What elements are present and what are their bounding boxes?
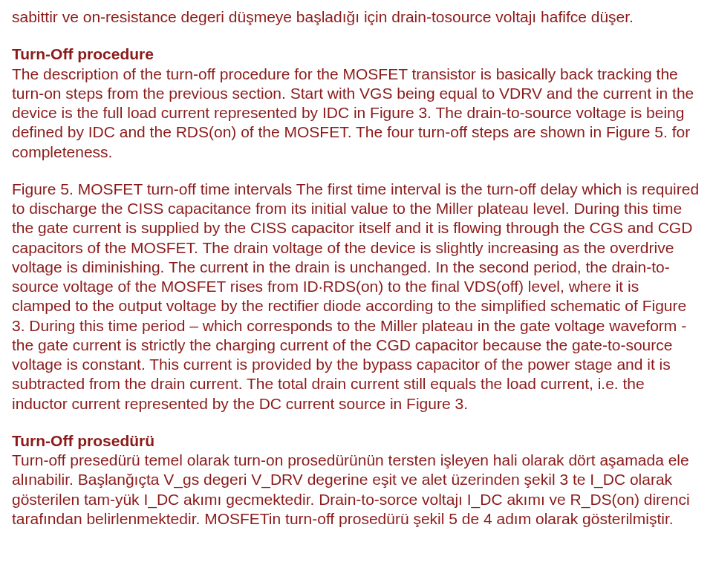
document-page: sabittir ve on-resistance degeri düşmeye… xyxy=(0,0,713,558)
paragraph-turn-off-procedure: The description of the turn-off procedur… xyxy=(12,65,701,162)
heading-turn-off-proseduru: Turn-Off prosedürü xyxy=(12,431,701,451)
heading-turn-off-procedure: Turn-Off procedure xyxy=(12,45,701,64)
paragraph-turn-off-proseduru: Turn-off presedürü temel olarak turn-on … xyxy=(12,451,701,529)
paragraph-figure5: Figure 5. MOSFET turn-off time intervals… xyxy=(12,180,701,414)
paragraph-intro: sabittir ve on-resistance degeri düşmeye… xyxy=(12,7,701,27)
